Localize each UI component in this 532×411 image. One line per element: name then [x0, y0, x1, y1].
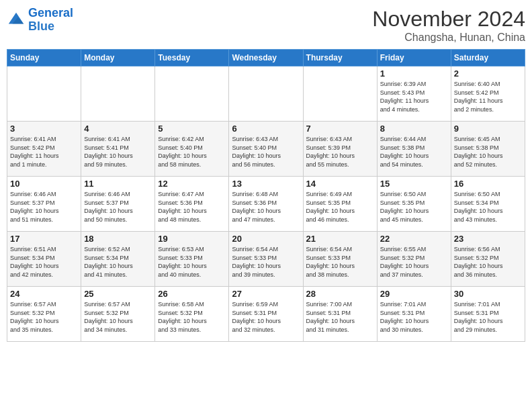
day-number: 29 [380, 289, 448, 299]
cell-info: Sunrise: 6:52 AM Sunset: 5:34 PM Dayligh… [84, 245, 152, 279]
day-number: 20 [232, 234, 300, 244]
weekday-header-tuesday: Tuesday [155, 50, 229, 66]
calendar-cell: 13Sunrise: 6:48 AM Sunset: 5:36 PM Dayli… [229, 177, 303, 232]
cell-info: Sunrise: 6:54 AM Sunset: 5:33 PM Dayligh… [232, 245, 300, 279]
cell-info: Sunrise: 6:57 AM Sunset: 5:32 PM Dayligh… [10, 300, 78, 334]
cell-info: Sunrise: 6:45 AM Sunset: 5:38 PM Dayligh… [454, 135, 522, 169]
day-number: 6 [232, 124, 300, 134]
day-number: 10 [10, 179, 78, 189]
calendar-cell: 6Sunrise: 6:43 AM Sunset: 5:40 PM Daylig… [229, 122, 303, 177]
day-number: 1 [380, 68, 448, 79]
weekday-header-wednesday: Wednesday [229, 50, 303, 66]
day-number: 23 [454, 234, 522, 244]
day-number: 30 [454, 289, 522, 299]
cell-info: Sunrise: 6:47 AM Sunset: 5:36 PM Dayligh… [158, 190, 226, 224]
day-number: 11 [84, 179, 152, 189]
logo-icon [7, 11, 26, 30]
day-number: 17 [10, 234, 78, 244]
calendar-cell: 18Sunrise: 6:52 AM Sunset: 5:34 PM Dayli… [81, 232, 155, 287]
calendar-cell: 27Sunrise: 6:59 AM Sunset: 5:31 PM Dayli… [229, 287, 303, 342]
day-number: 28 [306, 289, 374, 299]
day-number: 8 [380, 124, 448, 134]
cell-info: Sunrise: 6:48 AM Sunset: 5:36 PM Dayligh… [232, 190, 300, 224]
calendar-cell: 3Sunrise: 6:41 AM Sunset: 5:42 PM Daylig… [7, 122, 81, 177]
calendar-cell: 28Sunrise: 7:00 AM Sunset: 5:31 PM Dayli… [303, 287, 377, 342]
calendar-cell [155, 66, 229, 122]
day-number: 27 [232, 289, 300, 299]
day-number: 15 [380, 179, 448, 189]
day-number: 13 [232, 179, 300, 189]
week-row-4: 24Sunrise: 6:57 AM Sunset: 5:32 PM Dayli… [7, 287, 525, 342]
calendar-cell [7, 66, 81, 122]
month-title: November 2024 [372, 7, 525, 32]
day-number: 18 [84, 234, 152, 244]
week-row-3: 17Sunrise: 6:51 AM Sunset: 5:34 PM Dayli… [7, 232, 525, 287]
day-number: 3 [10, 124, 78, 134]
weekday-header-monday: Monday [81, 50, 155, 66]
cell-info: Sunrise: 6:41 AM Sunset: 5:41 PM Dayligh… [84, 135, 152, 169]
calendar-cell: 5Sunrise: 6:42 AM Sunset: 5:40 PM Daylig… [155, 122, 229, 177]
day-number: 9 [454, 124, 522, 134]
cell-info: Sunrise: 6:54 AM Sunset: 5:33 PM Dayligh… [306, 245, 374, 279]
day-number: 2 [454, 68, 522, 79]
cell-info: Sunrise: 6:59 AM Sunset: 5:31 PM Dayligh… [232, 300, 300, 334]
calendar-cell: 30Sunrise: 7:01 AM Sunset: 5:31 PM Dayli… [451, 287, 525, 342]
cell-info: Sunrise: 6:39 AM Sunset: 5:43 PM Dayligh… [380, 80, 448, 113]
calendar-cell: 11Sunrise: 6:46 AM Sunset: 5:37 PM Dayli… [81, 177, 155, 232]
week-row-2: 10Sunrise: 6:46 AM Sunset: 5:37 PM Dayli… [7, 177, 525, 232]
calendar-cell: 8Sunrise: 6:44 AM Sunset: 5:38 PM Daylig… [377, 122, 451, 177]
day-number: 14 [306, 179, 374, 189]
logo: General Blue [7, 7, 73, 34]
cell-info: Sunrise: 6:49 AM Sunset: 5:35 PM Dayligh… [306, 190, 374, 224]
calendar-cell: 16Sunrise: 6:50 AM Sunset: 5:34 PM Dayli… [451, 177, 525, 232]
cell-info: Sunrise: 6:44 AM Sunset: 5:38 PM Dayligh… [380, 135, 448, 169]
week-row-0: 1Sunrise: 6:39 AM Sunset: 5:43 PM Daylig… [7, 66, 525, 122]
day-number: 4 [84, 124, 152, 134]
calendar-table: SundayMondayTuesdayWednesdayThursdayFrid… [7, 49, 525, 342]
calendar-cell: 12Sunrise: 6:47 AM Sunset: 5:36 PM Dayli… [155, 177, 229, 232]
day-number: 21 [306, 234, 374, 244]
day-number: 26 [158, 289, 226, 299]
weekday-header-thursday: Thursday [303, 50, 377, 66]
day-number: 7 [306, 124, 374, 134]
page: General Blue November 2024 Changsha, Hun… [0, 0, 532, 411]
calendar-cell [229, 66, 303, 122]
calendar-cell: 1Sunrise: 6:39 AM Sunset: 5:43 PM Daylig… [377, 66, 451, 122]
calendar-cell: 21Sunrise: 6:54 AM Sunset: 5:33 PM Dayli… [303, 232, 377, 287]
weekday-header-saturday: Saturday [451, 50, 525, 66]
title-block: November 2024 Changsha, Hunan, China [372, 7, 525, 44]
calendar-cell: 29Sunrise: 7:01 AM Sunset: 5:31 PM Dayli… [377, 287, 451, 342]
calendar-cell: 22Sunrise: 6:55 AM Sunset: 5:32 PM Dayli… [377, 232, 451, 287]
day-number: 12 [158, 179, 226, 189]
cell-info: Sunrise: 6:50 AM Sunset: 5:34 PM Dayligh… [454, 190, 522, 224]
cell-info: Sunrise: 6:55 AM Sunset: 5:32 PM Dayligh… [380, 245, 448, 279]
location-title: Changsha, Hunan, China [372, 32, 525, 44]
weekday-header-row: SundayMondayTuesdayWednesdayThursdayFrid… [7, 50, 525, 66]
calendar-cell: 2Sunrise: 6:40 AM Sunset: 5:42 PM Daylig… [451, 66, 525, 122]
cell-info: Sunrise: 6:42 AM Sunset: 5:40 PM Dayligh… [158, 135, 226, 169]
day-number: 5 [158, 124, 226, 134]
calendar-cell: 17Sunrise: 6:51 AM Sunset: 5:34 PM Dayli… [7, 232, 81, 287]
cell-info: Sunrise: 7:01 AM Sunset: 5:31 PM Dayligh… [380, 300, 448, 334]
calendar-cell [81, 66, 155, 122]
day-number: 24 [10, 289, 78, 299]
cell-info: Sunrise: 6:41 AM Sunset: 5:42 PM Dayligh… [10, 135, 78, 169]
calendar-cell: 20Sunrise: 6:54 AM Sunset: 5:33 PM Dayli… [229, 232, 303, 287]
cell-info: Sunrise: 6:57 AM Sunset: 5:32 PM Dayligh… [84, 300, 152, 334]
header: General Blue November 2024 Changsha, Hun… [7, 7, 525, 44]
cell-info: Sunrise: 7:00 AM Sunset: 5:31 PM Dayligh… [306, 300, 374, 334]
cell-info: Sunrise: 7:01 AM Sunset: 5:31 PM Dayligh… [454, 300, 522, 334]
week-row-1: 3Sunrise: 6:41 AM Sunset: 5:42 PM Daylig… [7, 122, 525, 177]
calendar-cell: 15Sunrise: 6:50 AM Sunset: 5:35 PM Dayli… [377, 177, 451, 232]
calendar-cell: 23Sunrise: 6:56 AM Sunset: 5:32 PM Dayli… [451, 232, 525, 287]
cell-info: Sunrise: 6:46 AM Sunset: 5:37 PM Dayligh… [84, 190, 152, 224]
day-number: 19 [158, 234, 226, 244]
weekday-header-sunday: Sunday [7, 50, 81, 66]
day-number: 16 [454, 179, 522, 189]
cell-info: Sunrise: 6:50 AM Sunset: 5:35 PM Dayligh… [380, 190, 448, 224]
day-number: 25 [84, 289, 152, 299]
calendar-cell: 24Sunrise: 6:57 AM Sunset: 5:32 PM Dayli… [7, 287, 81, 342]
calendar-cell: 14Sunrise: 6:49 AM Sunset: 5:35 PM Dayli… [303, 177, 377, 232]
cell-info: Sunrise: 6:43 AM Sunset: 5:39 PM Dayligh… [306, 135, 374, 169]
cell-info: Sunrise: 6:58 AM Sunset: 5:32 PM Dayligh… [158, 300, 226, 334]
